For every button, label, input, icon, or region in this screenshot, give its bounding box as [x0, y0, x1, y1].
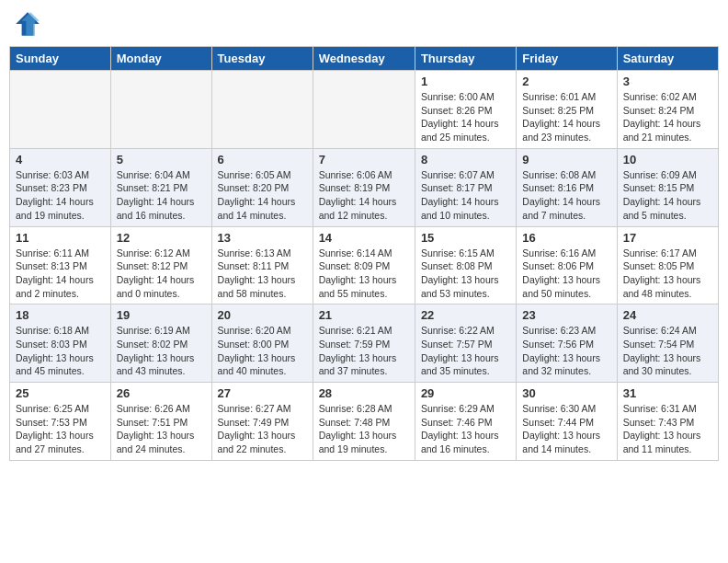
day-number: 4: [16, 153, 105, 167]
day-info: Sunrise: 6:15 AM Sunset: 8:08 PM Dayligh…: [421, 247, 510, 301]
day-info: Sunrise: 6:09 AM Sunset: 8:15 PM Dayligh…: [623, 168, 712, 223]
calendar-cell: 13Sunrise: 6:13 AM Sunset: 8:11 PM Dayli…: [211, 226, 313, 304]
day-info: Sunrise: 6:21 AM Sunset: 7:59 PM Dayligh…: [319, 324, 409, 378]
day-number: 12: [117, 231, 206, 245]
calendar-cell: 14Sunrise: 6:14 AM Sunset: 8:09 PM Dayli…: [313, 226, 415, 304]
day-info: Sunrise: 6:16 AM Sunset: 8:06 PM Dayligh…: [522, 247, 610, 301]
page-header: [9, 9, 719, 39]
day-info: Sunrise: 6:12 AM Sunset: 8:12 PM Dayligh…: [117, 247, 206, 301]
day-number: 25: [16, 386, 105, 400]
day-info: Sunrise: 6:04 AM Sunset: 8:21 PM Dayligh…: [117, 168, 206, 223]
day-number: 7: [319, 153, 409, 167]
day-info: Sunrise: 6:20 AM Sunset: 8:00 PM Dayligh…: [218, 324, 307, 378]
day-number: 23: [522, 308, 610, 322]
day-number: 29: [421, 386, 510, 400]
weekday-header-wednesday: Wednesday: [313, 47, 415, 71]
day-number: 19: [117, 308, 206, 322]
day-info: Sunrise: 6:13 AM Sunset: 8:11 PM Dayligh…: [218, 247, 307, 301]
calendar-cell: 23Sunrise: 6:23 AM Sunset: 7:56 PM Dayli…: [517, 304, 617, 383]
calendar-cell: 28Sunrise: 6:28 AM Sunset: 7:48 PM Dayli…: [313, 383, 415, 461]
day-number: 24: [623, 308, 712, 322]
day-number: 31: [623, 386, 712, 400]
day-info: Sunrise: 6:23 AM Sunset: 7:56 PM Dayligh…: [522, 324, 610, 378]
day-number: 3: [623, 75, 712, 88]
day-info: Sunrise: 6:31 AM Sunset: 7:43 PM Dayligh…: [623, 402, 712, 456]
logo-icon: [13, 9, 42, 39]
day-info: Sunrise: 6:14 AM Sunset: 8:09 PM Dayligh…: [319, 247, 409, 301]
day-info: Sunrise: 6:29 AM Sunset: 7:46 PM Dayligh…: [421, 402, 510, 456]
weekday-header-thursday: Thursday: [415, 47, 516, 71]
calendar-cell: 6Sunrise: 6:05 AM Sunset: 8:20 PM Daylig…: [211, 148, 313, 226]
day-info: Sunrise: 6:07 AM Sunset: 8:17 PM Dayligh…: [421, 168, 510, 223]
weekday-header-sunday: Sunday: [10, 47, 111, 71]
calendar-cell: 10Sunrise: 6:09 AM Sunset: 8:15 PM Dayli…: [617, 148, 718, 226]
calendar-cell: 29Sunrise: 6:29 AM Sunset: 7:46 PM Dayli…: [415, 383, 516, 461]
calendar-cell: [313, 71, 415, 149]
calendar-cell: 12Sunrise: 6:12 AM Sunset: 8:12 PM Dayli…: [110, 226, 211, 304]
day-info: Sunrise: 6:18 AM Sunset: 8:03 PM Dayligh…: [16, 324, 105, 378]
day-number: 2: [522, 75, 610, 88]
day-info: Sunrise: 6:01 AM Sunset: 8:25 PM Dayligh…: [522, 90, 610, 144]
weekday-header-tuesday: Tuesday: [211, 47, 313, 71]
day-info: Sunrise: 6:06 AM Sunset: 8:19 PM Dayligh…: [319, 168, 409, 223]
day-info: Sunrise: 6:22 AM Sunset: 7:57 PM Dayligh…: [421, 324, 510, 378]
day-number: 6: [218, 153, 307, 167]
day-info: Sunrise: 6:25 AM Sunset: 7:53 PM Dayligh…: [16, 402, 105, 456]
calendar-week-row: 18Sunrise: 6:18 AM Sunset: 8:03 PM Dayli…: [10, 304, 719, 383]
calendar-cell: 19Sunrise: 6:19 AM Sunset: 8:02 PM Dayli…: [110, 304, 211, 383]
calendar-cell: [211, 71, 313, 149]
calendar-cell: 16Sunrise: 6:16 AM Sunset: 8:06 PM Dayli…: [517, 226, 617, 304]
calendar-cell: 26Sunrise: 6:26 AM Sunset: 7:51 PM Dayli…: [110, 383, 211, 461]
day-number: 13: [218, 231, 307, 245]
day-info: Sunrise: 6:27 AM Sunset: 7:49 PM Dayligh…: [218, 402, 307, 456]
calendar-cell: 27Sunrise: 6:27 AM Sunset: 7:49 PM Dayli…: [211, 383, 313, 461]
logo: [13, 9, 46, 39]
day-number: 9: [522, 153, 610, 167]
calendar-cell: 8Sunrise: 6:07 AM Sunset: 8:17 PM Daylig…: [415, 148, 516, 226]
day-number: 8: [421, 153, 510, 167]
calendar-cell: [10, 71, 111, 149]
day-number: 26: [117, 386, 206, 400]
day-info: Sunrise: 6:17 AM Sunset: 8:05 PM Dayligh…: [623, 247, 712, 301]
day-info: Sunrise: 6:24 AM Sunset: 7:54 PM Dayligh…: [623, 324, 712, 378]
day-number: 30: [522, 386, 610, 400]
day-number: 18: [16, 308, 105, 322]
day-number: 21: [319, 308, 409, 322]
day-number: 16: [522, 231, 610, 245]
calendar-week-row: 25Sunrise: 6:25 AM Sunset: 7:53 PM Dayli…: [10, 383, 719, 461]
calendar-cell: 17Sunrise: 6:17 AM Sunset: 8:05 PM Dayli…: [617, 226, 718, 304]
day-info: Sunrise: 6:30 AM Sunset: 7:44 PM Dayligh…: [522, 402, 610, 456]
day-number: 27: [218, 386, 307, 400]
calendar-table: SundayMondayTuesdayWednesdayThursdayFrid…: [9, 46, 719, 461]
calendar-cell: 9Sunrise: 6:08 AM Sunset: 8:16 PM Daylig…: [517, 148, 617, 226]
day-number: 15: [421, 231, 510, 245]
calendar-cell: 4Sunrise: 6:03 AM Sunset: 8:23 PM Daylig…: [10, 148, 111, 226]
weekday-header-saturday: Saturday: [617, 47, 718, 71]
calendar-cell: 7Sunrise: 6:06 AM Sunset: 8:19 PM Daylig…: [313, 148, 415, 226]
calendar-cell: 24Sunrise: 6:24 AM Sunset: 7:54 PM Dayli…: [617, 304, 718, 383]
day-number: 22: [421, 308, 510, 322]
calendar-header-row: SundayMondayTuesdayWednesdayThursdayFrid…: [10, 47, 719, 71]
calendar-cell: 2Sunrise: 6:01 AM Sunset: 8:25 PM Daylig…: [517, 71, 617, 149]
calendar-cell: 21Sunrise: 6:21 AM Sunset: 7:59 PM Dayli…: [313, 304, 415, 383]
weekday-header-monday: Monday: [110, 47, 211, 71]
calendar-cell: 31Sunrise: 6:31 AM Sunset: 7:43 PM Dayli…: [617, 383, 718, 461]
day-info: Sunrise: 6:02 AM Sunset: 8:24 PM Dayligh…: [623, 90, 712, 144]
day-number: 17: [623, 231, 712, 245]
day-info: Sunrise: 6:00 AM Sunset: 8:26 PM Dayligh…: [421, 90, 510, 144]
calendar-cell: 20Sunrise: 6:20 AM Sunset: 8:00 PM Dayli…: [211, 304, 313, 383]
day-number: 5: [117, 153, 206, 167]
day-info: Sunrise: 6:05 AM Sunset: 8:20 PM Dayligh…: [218, 168, 307, 223]
calendar-cell: 22Sunrise: 6:22 AM Sunset: 7:57 PM Dayli…: [415, 304, 516, 383]
day-number: 20: [218, 308, 307, 322]
calendar-cell: 15Sunrise: 6:15 AM Sunset: 8:08 PM Dayli…: [415, 226, 516, 304]
day-number: 28: [319, 386, 409, 400]
calendar-cell: 5Sunrise: 6:04 AM Sunset: 8:21 PM Daylig…: [110, 148, 211, 226]
day-info: Sunrise: 6:19 AM Sunset: 8:02 PM Dayligh…: [117, 324, 206, 378]
day-info: Sunrise: 6:28 AM Sunset: 7:48 PM Dayligh…: [319, 402, 409, 456]
day-info: Sunrise: 6:03 AM Sunset: 8:23 PM Dayligh…: [16, 168, 105, 223]
calendar-cell: 18Sunrise: 6:18 AM Sunset: 8:03 PM Dayli…: [10, 304, 111, 383]
calendar-week-row: 1Sunrise: 6:00 AM Sunset: 8:26 PM Daylig…: [10, 71, 719, 149]
calendar-week-row: 11Sunrise: 6:11 AM Sunset: 8:13 PM Dayli…: [10, 226, 719, 304]
calendar-cell: 30Sunrise: 6:30 AM Sunset: 7:44 PM Dayli…: [517, 383, 617, 461]
